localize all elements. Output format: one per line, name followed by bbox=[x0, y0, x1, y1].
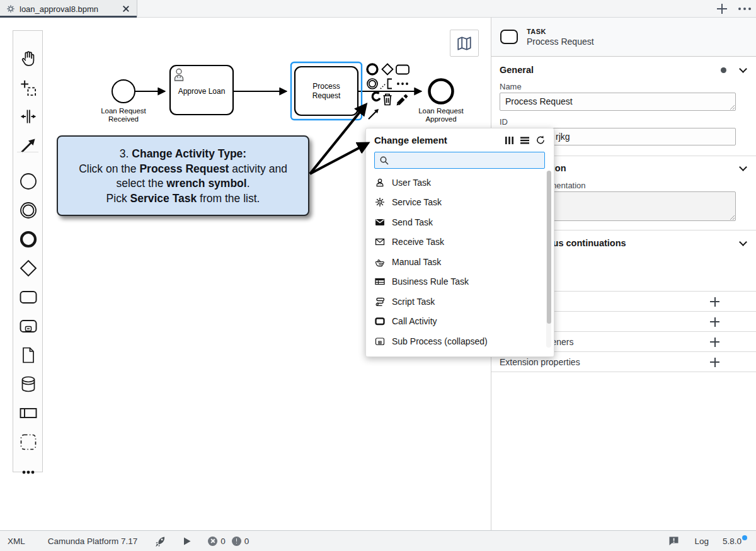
space-tool[interactable] bbox=[20, 108, 37, 125]
refresh-icon[interactable] bbox=[536, 135, 546, 145]
columns-view-icon[interactable] bbox=[505, 136, 514, 145]
menu-item-sub-process-collapsed[interactable]: Sub Process (collapsed) bbox=[366, 331, 554, 351]
error-icon bbox=[208, 537, 217, 546]
group-icon bbox=[20, 433, 37, 451]
name-field-label: Name bbox=[500, 82, 522, 91]
gateway-icon bbox=[20, 259, 37, 277]
popup-search bbox=[374, 152, 545, 169]
add-entry-icon[interactable] bbox=[710, 358, 719, 367]
task-shape-icon bbox=[500, 30, 518, 44]
tab-loan-approval8[interactable]: loan_approval8.bpmn bbox=[0, 0, 137, 18]
end-event-icon bbox=[20, 230, 37, 248]
xml-toggle-button[interactable]: XML bbox=[8, 537, 25, 546]
close-tab-icon[interactable] bbox=[122, 4, 130, 13]
service-task-icon bbox=[375, 197, 385, 207]
popup-scrollbar[interactable] bbox=[546, 171, 551, 348]
script-task-icon bbox=[375, 297, 385, 307]
popup-item-list: User Task Service Task bbox=[366, 173, 554, 351]
subprocess-icon bbox=[20, 317, 37, 335]
warning-count[interactable]: 0 bbox=[232, 537, 249, 546]
instruction-line-4: Pick Service Task from the list. bbox=[58, 191, 308, 207]
menu-item-script-task[interactable]: Script Task bbox=[366, 292, 554, 312]
bpmn-file-gear-icon bbox=[6, 4, 15, 13]
palette-more-tools[interactable] bbox=[20, 464, 37, 482]
new-tab-icon[interactable] bbox=[717, 4, 727, 14]
start-instance-play-icon[interactable] bbox=[183, 537, 192, 546]
error-count[interactable]: 0 bbox=[208, 537, 226, 546]
create-end-event[interactable] bbox=[20, 230, 37, 248]
minimap-toggle-button[interactable] bbox=[450, 30, 479, 57]
create-data-object[interactable] bbox=[20, 346, 37, 364]
search-icon bbox=[379, 156, 389, 166]
create-group[interactable] bbox=[20, 433, 37, 451]
create-start-event[interactable] bbox=[20, 173, 37, 190]
group-general[interactable]: General bbox=[491, 60, 756, 79]
camunda-modeler-window: loan_approval8.bpmn Loan Request Receive… bbox=[0, 0, 756, 551]
bpmn-palette bbox=[13, 30, 43, 472]
chevron-down-icon bbox=[739, 238, 747, 246]
add-entry-icon[interactable] bbox=[710, 317, 719, 327]
menu-item-receive-task[interactable]: Receive Task bbox=[366, 232, 554, 253]
log-toggle-button[interactable]: Log bbox=[694, 537, 709, 546]
create-gateway[interactable] bbox=[20, 259, 37, 277]
tab-title: loan_approval8.bpmn bbox=[20, 4, 117, 14]
start-event-icon bbox=[20, 173, 37, 190]
status-bar: XML Camunda Platform 7.17 0 0 bbox=[0, 530, 756, 551]
list-view-icon[interactable] bbox=[520, 136, 530, 145]
app-version[interactable]: 5.8.0 bbox=[723, 537, 742, 546]
participant-icon bbox=[20, 404, 37, 422]
manual-task-icon bbox=[375, 257, 385, 267]
id-value-visible: rjkg bbox=[556, 132, 570, 142]
tab-bar: loan_approval8.bpmn bbox=[0, 0, 756, 18]
create-subprocess[interactable] bbox=[20, 317, 37, 335]
engine-version-button[interactable]: Camunda Platform 7.17 bbox=[48, 537, 138, 546]
menu-item-call-activity[interactable]: Call Activity bbox=[366, 312, 554, 332]
send-task-icon bbox=[375, 217, 385, 227]
tutorial-instruction-box: 3. Change Activity Type: Click on the Pr… bbox=[57, 135, 309, 216]
chevron-down-icon bbox=[739, 163, 747, 171]
space-tool-icon bbox=[20, 108, 37, 125]
menu-item-manual-task[interactable]: Manual Task bbox=[366, 252, 554, 272]
create-data-store[interactable] bbox=[20, 375, 37, 393]
element-type-label: TASK bbox=[527, 28, 594, 35]
more-options-icon[interactable] bbox=[738, 8, 751, 10]
ellipsis-icon bbox=[20, 464, 37, 482]
map-icon bbox=[456, 36, 472, 51]
add-entry-icon[interactable] bbox=[710, 338, 719, 347]
update-available-dot bbox=[742, 535, 747, 540]
instruction-line-1: 3. Change Activity Type: bbox=[58, 147, 308, 162]
data-store-icon bbox=[20, 375, 37, 393]
lasso-icon bbox=[20, 79, 37, 97]
deploy-rocket-icon[interactable] bbox=[155, 535, 166, 547]
chevron-down-icon bbox=[739, 65, 747, 73]
menu-item-business-rule-task[interactable]: Business Rule Task bbox=[366, 272, 554, 292]
create-task[interactable] bbox=[20, 288, 37, 306]
hand-tool[interactable] bbox=[20, 50, 37, 67]
hand-icon bbox=[20, 50, 37, 67]
warning-icon bbox=[232, 537, 241, 546]
name-input[interactable]: Process Request bbox=[500, 93, 736, 111]
popup-scrollbar-thumb[interactable] bbox=[547, 171, 551, 324]
popup-title: Change element bbox=[374, 135, 499, 145]
create-intermediate-event[interactable] bbox=[20, 202, 37, 219]
menu-item-user-task[interactable]: User Task bbox=[366, 173, 554, 193]
create-participant[interactable] bbox=[20, 404, 37, 422]
menu-item-service-task[interactable]: Service Task bbox=[366, 193, 554, 213]
user-task-icon bbox=[375, 178, 385, 188]
intermediate-event-icon bbox=[20, 202, 37, 219]
menu-item-send-task[interactable]: Send Task bbox=[366, 212, 554, 232]
properties-panel-header: TASK Process Request bbox=[491, 18, 756, 57]
business-rule-task-icon bbox=[375, 276, 385, 287]
search-input[interactable] bbox=[392, 156, 537, 165]
instruction-line-3: select the wrench symbol. bbox=[58, 176, 308, 191]
instruction-line-2: Click on the Process Request activity an… bbox=[58, 162, 308, 177]
call-activity-icon bbox=[375, 316, 385, 326]
feedback-icon[interactable] bbox=[668, 536, 679, 546]
data-object-icon bbox=[20, 346, 37, 364]
id-field-label: ID bbox=[500, 117, 508, 127]
group-modified-dot bbox=[721, 67, 726, 73]
lasso-tool[interactable] bbox=[20, 79, 37, 97]
sub-process-collapsed-icon bbox=[375, 336, 385, 346]
add-entry-icon[interactable] bbox=[710, 297, 719, 307]
element-name-label: Process Request bbox=[527, 37, 594, 47]
